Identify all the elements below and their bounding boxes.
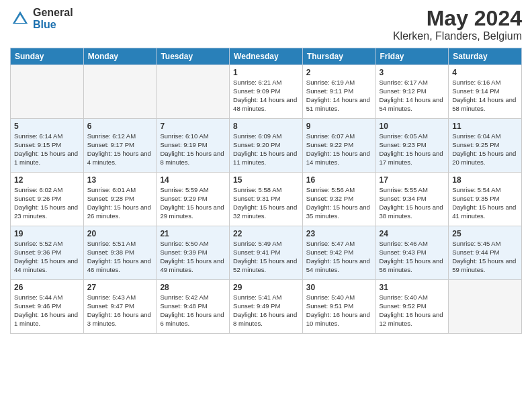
daylight-text: Daylight: 15 hours and 14 minutes. (306, 150, 372, 167)
calendar-cell: 30Sunrise: 5:40 AMSunset: 9:51 PMDayligh… (302, 280, 375, 334)
calendar-table: Sunday Monday Tuesday Wednesday Thursday… (10, 48, 522, 334)
day-number: 29 (233, 283, 299, 292)
daylight-text: Daylight: 15 hours and 26 minutes. (87, 203, 153, 221)
calendar-cell: 24Sunrise: 5:46 AMSunset: 9:43 PMDayligh… (375, 226, 449, 280)
daylight-text: Daylight: 15 hours and 56 minutes. (380, 257, 445, 275)
daylight-text: Daylight: 15 hours and 20 minutes. (452, 150, 518, 167)
calendar-cell: 23Sunrise: 5:47 AMSunset: 9:42 PMDayligh… (302, 226, 375, 280)
sunset-text: Sunset: 9:48 PM (160, 302, 226, 311)
calendar-cell: 2Sunrise: 6:19 AMSunset: 9:11 PMDaylight… (302, 65, 375, 119)
sunrise-text: Sunrise: 6:04 AM (452, 132, 518, 141)
sunset-text: Sunset: 9:20 PM (233, 141, 299, 150)
week-row-4: 26Sunrise: 5:44 AMSunset: 9:46 PMDayligh… (11, 280, 522, 334)
sunset-text: Sunset: 9:14 PM (452, 87, 518, 96)
daylight-text: Daylight: 16 hours and 3 minutes. (87, 311, 153, 328)
calendar-cell: 4Sunrise: 6:16 AMSunset: 9:14 PMDaylight… (449, 65, 522, 119)
calendar-cell: 15Sunrise: 5:58 AMSunset: 9:31 PMDayligh… (230, 173, 303, 226)
sunset-text: Sunset: 9:17 PM (87, 141, 153, 150)
title-block: May 2024 Klerken, Flanders, Belgium (393, 7, 522, 42)
day-number: 13 (87, 175, 153, 185)
calendar-cell: 12Sunrise: 6:02 AMSunset: 9:26 PMDayligh… (11, 173, 84, 226)
day-number: 21 (160, 229, 226, 238)
calendar-cell (449, 280, 522, 334)
daylight-text: Daylight: 15 hours and 23 minutes. (14, 203, 80, 221)
daylight-text: Daylight: 15 hours and 17 minutes. (380, 150, 445, 167)
th-sunday: Sunday (11, 48, 84, 65)
sunrise-text: Sunrise: 5:52 AM (14, 240, 80, 248)
daylight-text: Daylight: 15 hours and 35 minutes. (306, 203, 372, 221)
day-number: 19 (14, 229, 80, 238)
logo-icon (10, 9, 30, 29)
week-row-1: 5Sunrise: 6:14 AMSunset: 9:15 PMDaylight… (11, 119, 522, 173)
sunset-text: Sunset: 9:51 PM (306, 302, 372, 311)
sunset-text: Sunset: 9:49 PM (233, 302, 299, 311)
sunset-text: Sunset: 9:47 PM (87, 302, 153, 311)
day-number: 22 (233, 229, 299, 238)
calendar-cell: 25Sunrise: 5:45 AMSunset: 9:44 PMDayligh… (449, 226, 522, 280)
calendar-cell: 8Sunrise: 6:09 AMSunset: 9:20 PMDaylight… (230, 119, 303, 173)
sunset-text: Sunset: 9:43 PM (380, 248, 445, 257)
daylight-text: Daylight: 15 hours and 1 minute. (14, 150, 80, 167)
calendar-cell: 19Sunrise: 5:52 AMSunset: 9:36 PMDayligh… (11, 226, 84, 280)
sunset-text: Sunset: 9:44 PM (452, 248, 518, 257)
daylight-text: Daylight: 15 hours and 52 minutes. (233, 257, 299, 275)
day-number: 2 (306, 68, 372, 77)
sunrise-text: Sunrise: 6:10 AM (160, 132, 226, 141)
week-row-0: 1Sunrise: 6:21 AMSunset: 9:09 PMDaylight… (11, 65, 522, 119)
sunset-text: Sunset: 9:26 PM (14, 195, 80, 203)
sunrise-text: Sunrise: 5:46 AM (380, 240, 445, 248)
day-number: 31 (380, 283, 445, 292)
day-number: 17 (380, 175, 445, 185)
month-title: May 2024 (393, 7, 522, 30)
sunset-text: Sunset: 9:15 PM (14, 141, 80, 150)
logo-text: General Blue (33, 7, 73, 30)
sunrise-text: Sunrise: 5:54 AM (452, 186, 518, 195)
calendar-cell: 3Sunrise: 6:17 AMSunset: 9:12 PMDaylight… (375, 65, 449, 119)
day-number: 24 (380, 229, 445, 238)
daylight-text: Daylight: 14 hours and 51 minutes. (306, 96, 372, 113)
calendar-cell: 28Sunrise: 5:42 AMSunset: 9:48 PMDayligh… (157, 280, 230, 334)
day-number: 4 (452, 68, 518, 77)
day-number: 9 (306, 122, 372, 131)
day-number: 20 (87, 229, 153, 238)
calendar-cell: 18Sunrise: 5:54 AMSunset: 9:35 PMDayligh… (449, 173, 522, 226)
sunset-text: Sunset: 9:41 PM (233, 248, 299, 257)
sunset-text: Sunset: 9:38 PM (87, 248, 153, 257)
sunset-text: Sunset: 9:28 PM (87, 195, 153, 203)
daylight-text: Daylight: 15 hours and 38 minutes. (380, 203, 445, 221)
sunrise-text: Sunrise: 6:17 AM (380, 79, 445, 87)
calendar-cell: 7Sunrise: 6:10 AMSunset: 9:19 PMDaylight… (157, 119, 230, 173)
calendar-page: General Blue May 2024 Klerken, Flanders,… (0, 0, 532, 411)
day-number: 7 (160, 122, 226, 131)
calendar-cell: 11Sunrise: 6:04 AMSunset: 9:25 PMDayligh… (449, 119, 522, 173)
sunset-text: Sunset: 9:11 PM (306, 87, 372, 96)
sunrise-text: Sunrise: 6:05 AM (380, 132, 445, 141)
daylight-text: Daylight: 15 hours and 46 minutes. (87, 257, 153, 275)
sunrise-text: Sunrise: 6:01 AM (87, 186, 153, 195)
daylight-text: Daylight: 15 hours and 41 minutes. (452, 203, 518, 221)
calendar-cell: 26Sunrise: 5:44 AMSunset: 9:46 PMDayligh… (11, 280, 84, 334)
daylight-text: Daylight: 14 hours and 54 minutes. (380, 96, 445, 113)
day-number: 1 (233, 68, 299, 77)
daylight-text: Daylight: 16 hours and 6 minutes. (160, 311, 226, 328)
calendar-cell: 14Sunrise: 5:59 AMSunset: 9:29 PMDayligh… (157, 173, 230, 226)
sunrise-text: Sunrise: 5:44 AM (14, 293, 80, 302)
logo-blue: Blue (33, 19, 73, 31)
calendar-cell (11, 65, 84, 119)
daylight-text: Daylight: 15 hours and 11 minutes. (233, 150, 299, 167)
calendar-cell: 13Sunrise: 6:01 AMSunset: 9:28 PMDayligh… (83, 173, 157, 226)
sunrise-text: Sunrise: 6:16 AM (452, 79, 518, 87)
daylight-text: Daylight: 16 hours and 12 minutes. (380, 311, 445, 328)
sunrise-text: Sunrise: 6:09 AM (233, 132, 299, 141)
sunset-text: Sunset: 9:34 PM (380, 195, 445, 203)
day-number: 18 (452, 175, 518, 185)
sunrise-text: Sunrise: 5:56 AM (306, 186, 372, 195)
day-number: 12 (14, 175, 80, 185)
sunrise-text: Sunrise: 5:51 AM (87, 240, 153, 248)
sunrise-text: Sunrise: 5:40 AM (380, 293, 445, 302)
sunrise-text: Sunrise: 6:07 AM (306, 132, 372, 141)
daylight-text: Daylight: 14 hours and 58 minutes. (452, 96, 518, 113)
logo: General Blue (10, 7, 73, 30)
day-number: 25 (452, 229, 518, 238)
daylight-text: Daylight: 15 hours and 44 minutes. (14, 257, 80, 275)
